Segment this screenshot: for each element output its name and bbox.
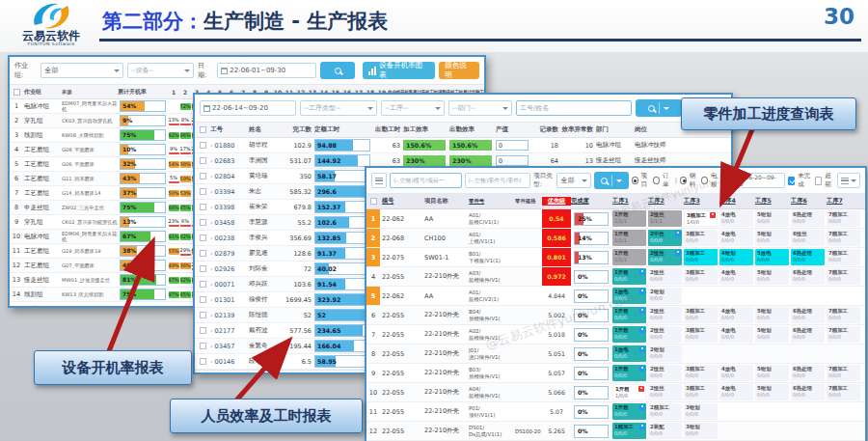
radio-order[interactable]	[653, 177, 660, 184]
cell-operation: 6热处理0/0/0	[790, 267, 826, 286]
cell-part-no: P01/顶针/V1(1)	[467, 402, 515, 421]
row-checkbox[interactable]	[195, 142, 210, 150]
operation-badge: 7精加工0/0/0	[827, 307, 860, 323]
radio-steel[interactable]	[680, 177, 687, 184]
radio-electrode[interactable]	[701, 177, 708, 184]
expand-icon[interactable]: ›	[210, 142, 213, 150]
col-header-op[interactable]: 工序7	[826, 196, 861, 207]
expand-icon[interactable]: ›	[210, 204, 213, 211]
cell-part-spec	[515, 325, 542, 344]
cell-source: CK02_苏川多功能穿孔机	[62, 219, 118, 225]
table-row[interactable]: 722-05522-210外壳A02/前模镶件/V1(5.0180%1开粗0/0…	[366, 325, 865, 345]
department-select[interactable]: --部门--	[448, 100, 512, 116]
expand-icon[interactable]: ›	[210, 234, 213, 242]
radio-project[interactable]	[632, 177, 638, 184]
col-header[interactable]: 模号	[380, 197, 422, 206]
grid-settings-button[interactable]	[837, 173, 860, 188]
operation-badge: 6热处理0/0/0	[791, 210, 825, 227]
cell-project-name: CH100	[422, 229, 467, 247]
color-legend-button[interactable]: 颜色说明	[439, 62, 479, 79]
date-range-picker[interactable]: 22-06-20~09-20	[723, 173, 785, 188]
expand-icon[interactable]: ›	[210, 296, 213, 304]
overdue-checkbox[interactable]	[815, 177, 822, 185]
col-header[interactable]: 完成度	[571, 197, 611, 206]
operation-badge: 2慢丝1/1/1	[648, 210, 682, 227]
row-checkbox[interactable]	[195, 219, 210, 227]
expand-icon[interactable]: ›	[210, 250, 213, 258]
cell-part-spec	[515, 287, 542, 305]
row-checkbox[interactable]	[195, 204, 210, 211]
expand-icon[interactable]: ›	[210, 327, 213, 335]
employee-search-input[interactable]: 工号/姓名	[516, 100, 632, 116]
table-row[interactable]: 222-068CH100A01/上模/V1(1)0.58614%1开粗1/1/1…	[366, 229, 865, 248]
expand-icon[interactable]: ›	[210, 281, 213, 289]
table-row[interactable]: 122-062AAA01/前模C/V1(1)0.5425%1开粗1/1/12慢丝…	[366, 209, 865, 229]
cell-operation: 6热处理0/0/0	[790, 325, 826, 344]
expand-icon[interactable]: ›	[210, 219, 213, 227]
col-header-op[interactable]: 工序5	[754, 196, 790, 207]
search-button[interactable]	[320, 62, 355, 79]
expand-icon[interactable]: ›	[210, 312, 213, 319]
row-checkbox[interactable]	[195, 343, 210, 350]
select-all-checkbox[interactable]	[195, 126, 210, 134]
expand-icon[interactable]: ›	[210, 343, 213, 350]
table-row[interactable]: 922-05522-210外壳B03/后模镶件/V1(5.0570%1开粗0/0…	[366, 364, 865, 383]
table-row[interactable]: 422-05522-210外壳A03/前模镶件/V1(0.9720%1开粗0/0…	[366, 267, 865, 287]
row-checkbox[interactable]	[195, 188, 210, 196]
date-range-picker[interactable]: 22-06-14~09-20	[200, 100, 296, 116]
menu-button[interactable]	[371, 173, 387, 188]
table-row[interactable]: 822-05522-210外壳J01/浇口镶件/V1(5.0510%1放电0/0…	[366, 345, 865, 364]
cell-done-qty: 6.5	[280, 358, 314, 366]
cell-operation: 7精加工0/0/0	[826, 325, 861, 344]
expand-icon[interactable]: ›	[210, 265, 213, 273]
part-filter-input[interactable]: (-.空格)零件号/零件(	[465, 173, 531, 188]
table-row[interactable]: ›01880胡华程102.994.8863150.6%150.6%01810电脉…	[195, 138, 731, 153]
row-checkbox[interactable]	[195, 327, 210, 335]
utilization-chart-button[interactable]: 设备开机率图表	[363, 62, 435, 79]
col-header-op[interactable]: 工序2	[647, 196, 683, 207]
row-checkbox[interactable]	[195, 234, 210, 242]
project-type-select[interactable]: 全部	[556, 173, 590, 188]
mold-filter-input[interactable]: (-.空格)模号/项目一	[390, 173, 462, 188]
table-row[interactable]: 522-062AAA01/前模C/V2(1)4.8440%1放电0/0/02钳划…	[366, 287, 865, 306]
table-row[interactable]: 1022-05522-210外壳A04/前模镶件/V1(5.0660%1开粗1/…	[366, 383, 865, 402]
date-range-picker[interactable]: 22-06-01~09-30	[217, 63, 316, 78]
device-select[interactable]: --设备--	[127, 63, 195, 78]
row-checkbox[interactable]	[195, 296, 210, 304]
cell-employee-id: ›00071	[210, 281, 249, 289]
operation-badge: 5放电0/0/0	[755, 249, 789, 265]
table-row[interactable]: 1122-05522-210外壳P01/顶针/V1(1)5.070%1开粗0/0…	[366, 402, 865, 422]
cell-day: 23%	[168, 218, 179, 227]
process-type-select[interactable]: --工序类型--	[300, 100, 377, 116]
row-checkbox[interactable]	[195, 281, 210, 289]
col-header-op[interactable]: 工序6	[790, 196, 826, 207]
col-header-op[interactable]: 工序3	[683, 196, 719, 207]
row-checkbox[interactable]	[195, 173, 210, 180]
group-select[interactable]: 全部	[41, 63, 122, 78]
operation-badge: 7精加工0/0/0	[827, 210, 860, 227]
select-all-checkbox[interactable]	[366, 198, 380, 206]
search-button[interactable]	[594, 172, 629, 189]
col-header[interactable]: 零件号	[467, 198, 515, 205]
cell-operation: 3精加工0/0/0	[683, 306, 719, 324]
row-checkbox[interactable]	[195, 157, 210, 165]
table-row[interactable]: 622-05522-210外壳B04/后模镶件/V1(5.0020%1开粗0/0…	[366, 306, 865, 325]
row-checkbox[interactable]	[195, 358, 210, 366]
expand-icon[interactable]: ›	[210, 173, 213, 180]
cell-employee-id: ›02139	[210, 312, 249, 319]
row-checkbox[interactable]	[195, 250, 210, 258]
table-row[interactable]: 1222-05522-210外壳DS01/Ds总成/V1(1)DS100-205…	[366, 422, 865, 441]
table-row[interactable]: 322-075SW01-1B01/下模板/V1(1)0.80113%1开粗1/1…	[366, 248, 865, 267]
unfinished-checkbox[interactable]	[788, 177, 795, 185]
col-header[interactable]: 优先级	[542, 197, 571, 206]
search-button[interactable]	[636, 99, 682, 117]
row-checkbox[interactable]	[195, 312, 210, 319]
col-header-op[interactable]: 工序1	[611, 196, 647, 207]
expand-icon[interactable]: ›	[210, 358, 213, 366]
process-select[interactable]: --工序--	[381, 100, 445, 116]
select-all-checkbox[interactable]	[10, 88, 23, 96]
row-checkbox[interactable]	[195, 265, 210, 273]
col-header-op[interactable]: 工序4	[719, 196, 754, 207]
expand-icon[interactable]: ›	[210, 188, 213, 196]
expand-icon[interactable]: ›	[210, 157, 213, 165]
